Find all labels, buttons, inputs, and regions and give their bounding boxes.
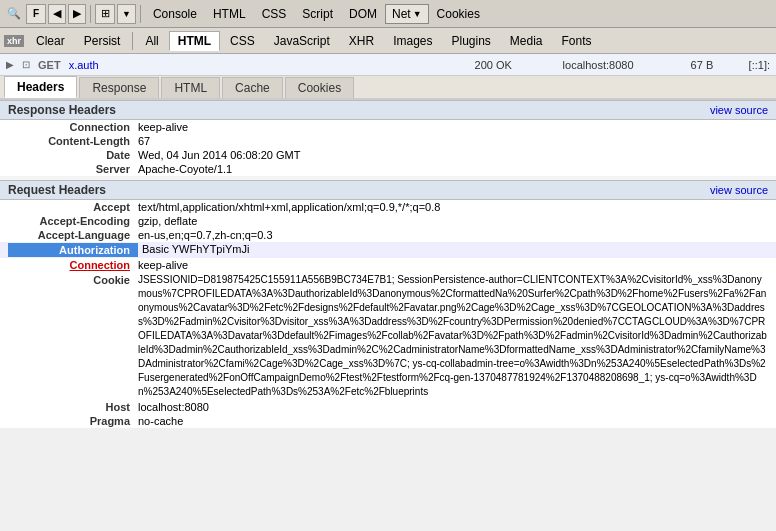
tab-response[interactable]: Response xyxy=(79,77,159,98)
request-time: [::1]: xyxy=(749,59,770,71)
header-name-date: Date xyxy=(8,149,138,161)
menu-net[interactable]: Net ▼ xyxy=(385,4,429,24)
request-size: 67 B xyxy=(691,59,741,71)
header-host: Host localhost:8080 xyxy=(0,400,776,414)
request-url: x.auth xyxy=(69,59,467,71)
menu-script[interactable]: Script xyxy=(294,5,341,23)
header-connection: Connection keep-alive xyxy=(0,120,776,134)
request-headers-title: Request Headers view source xyxy=(0,180,776,200)
header-value-pragma: no-cache xyxy=(138,415,768,427)
header-name-content-length: Content-Length xyxy=(8,135,138,147)
html-filter-btn[interactable]: HTML xyxy=(169,31,220,51)
header-value-content-length: 67 xyxy=(138,135,768,147)
header-value-server: Apache-Coyote/1.1 xyxy=(138,163,768,175)
css-filter-btn[interactable]: CSS xyxy=(221,31,264,51)
xhr-icon: xhr xyxy=(4,35,24,47)
request-status: 200 OK xyxy=(475,59,555,71)
header-name-accept-encoding: Accept-Encoding xyxy=(8,215,138,227)
sep3 xyxy=(132,32,133,50)
header-name-pragma: Pragma xyxy=(8,415,138,427)
net-dropdown: ▼ xyxy=(413,9,422,19)
back-button[interactable]: ◀ xyxy=(48,4,66,24)
request-icon: ⊡ xyxy=(22,59,30,70)
menu-html[interactable]: HTML xyxy=(205,5,254,23)
tab-cookies[interactable]: Cookies xyxy=(285,77,354,98)
panel-tabs: Headers Response HTML Cache Cookies xyxy=(0,76,776,100)
headers-panel: Response Headers view source Connection … xyxy=(0,100,776,428)
menu-bar: Console HTML CSS Script DOM Net ▼ Cookie… xyxy=(145,4,488,24)
header-name-connection: Connection xyxy=(8,121,138,133)
menu-console[interactable]: Console xyxy=(145,5,205,23)
net-label: Net xyxy=(392,7,411,21)
plugins-filter-btn[interactable]: Plugins xyxy=(442,31,499,51)
header-name-req-connection: Connection xyxy=(8,259,138,271)
request-view-source[interactable]: view source xyxy=(710,184,768,196)
header-name-accept: Accept xyxy=(8,201,138,213)
expand-icon[interactable]: ▶ xyxy=(6,59,14,70)
media-filter-btn[interactable]: Media xyxy=(501,31,552,51)
inspect-icon[interactable]: 🔍 xyxy=(4,4,24,24)
header-name-accept-language: Accept-Language xyxy=(8,229,138,241)
request-headers-label: Request Headers xyxy=(8,183,106,197)
header-accept: Accept text/html,application/xhtml+xml,a… xyxy=(0,200,776,214)
request-method: GET xyxy=(38,59,61,71)
devtools-menu-bar: 🔍 F ◀ ▶ ⊞ ▼ Console HTML CSS Script DOM … xyxy=(0,0,776,28)
menu-css[interactable]: CSS xyxy=(254,5,295,23)
separator2 xyxy=(140,5,141,23)
js-filter-btn[interactable]: JavaScript xyxy=(265,31,339,51)
header-req-connection: Connection keep-alive xyxy=(0,258,776,272)
tab-html[interactable]: HTML xyxy=(161,77,220,98)
header-authorization: Authorization Basic YWFhYTpiYmJi xyxy=(0,242,776,258)
dropdown-button[interactable]: ▼ xyxy=(117,4,136,24)
header-value-connection: keep-alive xyxy=(138,121,768,133)
header-value-req-connection: keep-alive xyxy=(138,259,768,271)
header-accept-encoding: Accept-Encoding gzip, deflate xyxy=(0,214,776,228)
header-date: Date Wed, 04 Jun 2014 06:08:20 GMT xyxy=(0,148,776,162)
header-accept-language: Accept-Language en-us,en;q=0.7,zh-cn;q=0… xyxy=(0,228,776,242)
header-cookie: Cookie JSESSIONID=D819875425C155911A556B… xyxy=(0,272,776,400)
persist-btn[interactable]: Persist xyxy=(75,31,130,51)
response-view-source[interactable]: view source xyxy=(710,104,768,116)
header-name-cookie: Cookie xyxy=(8,273,138,286)
header-server: Server Apache-Coyote/1.1 xyxy=(0,162,776,176)
menu-dom[interactable]: DOM xyxy=(341,5,385,23)
header-name-host: Host xyxy=(8,401,138,413)
header-pragma: Pragma no-cache xyxy=(0,414,776,428)
window-icon[interactable]: ⊞ xyxy=(95,4,115,24)
response-headers-title: Response Headers view source xyxy=(0,100,776,120)
all-btn[interactable]: All xyxy=(136,31,167,51)
menu-cookies[interactable]: Cookies xyxy=(429,5,488,23)
net-filter-toolbar: xhr Clear Persist All HTML CSS JavaScrip… xyxy=(0,28,776,54)
tab-headers[interactable]: Headers xyxy=(4,76,77,98)
images-filter-btn[interactable]: Images xyxy=(384,31,441,51)
header-value-date: Wed, 04 Jun 2014 06:08:20 GMT xyxy=(138,149,768,161)
header-value-authorization: Basic YWFhYTpiYmJi xyxy=(138,243,768,257)
request-row[interactable]: ▶ ⊡ GET x.auth 200 OK localhost:8080 67 … xyxy=(0,54,776,76)
header-name-authorization: Authorization xyxy=(8,243,138,257)
clear-btn[interactable]: Clear xyxy=(27,31,74,51)
xhr-filter-btn[interactable]: XHR xyxy=(340,31,383,51)
header-value-accept-encoding: gzip, deflate xyxy=(138,215,768,227)
header-value-cookie: JSESSIONID=D819875425C155911A556B9BC734E… xyxy=(138,273,768,399)
tab-cache[interactable]: Cache xyxy=(222,77,283,98)
forward-button[interactable]: ▶ xyxy=(68,4,86,24)
header-value-host: localhost:8080 xyxy=(138,401,768,413)
header-value-accept: text/html,application/xhtml+xml,applicat… xyxy=(138,201,768,213)
separator xyxy=(90,5,91,23)
request-host: localhost:8080 xyxy=(563,59,683,71)
firebug-icon[interactable]: F xyxy=(26,4,46,24)
header-name-server: Server xyxy=(8,163,138,175)
response-headers-label: Response Headers xyxy=(8,103,116,117)
header-content-length: Content-Length 67 xyxy=(0,134,776,148)
header-value-accept-language: en-us,en;q=0.7,zh-cn;q=0.3 xyxy=(138,229,768,241)
fonts-filter-btn[interactable]: Fonts xyxy=(553,31,601,51)
